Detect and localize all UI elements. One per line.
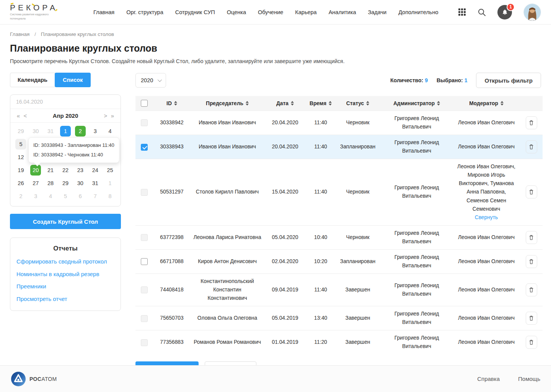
calendar-day[interactable]: 22 [60,165,71,176]
user-avatar[interactable] [523,3,541,21]
report-link[interactable]: Просмотреть отчет [16,296,114,303]
prev-year-button[interactable]: « [15,112,22,119]
report-link[interactable]: Сформировать сводный протокол [16,259,114,265]
calendar-day[interactable]: 29 [60,178,71,189]
table-column-header[interactable]: Дата [264,96,306,111]
tab-calendar[interactable]: Календарь [10,73,55,87]
cell-chairman: Иванов Иван Иванович [191,135,264,159]
calendar-day[interactable]: 8 [105,191,116,202]
calendar-day[interactable]: 20 [30,165,41,176]
nav-item[interactable]: Дополнительно [398,9,438,15]
calendar-day[interactable]: 31 [90,178,101,189]
create-round-table-button[interactable]: Создать Круглый Стол [10,214,121,229]
calendar-day[interactable]: 12 [15,152,26,163]
open-filter-button[interactable]: Открыть фильтр [476,73,541,88]
report-link[interactable]: Номинанты в кадровый резерв [16,271,114,278]
date-input[interactable]: 16.04.2020 [10,95,121,109]
apps-grid-icon[interactable] [458,8,466,16]
cell-date: 09.04.2019 [264,273,306,306]
footer-link[interactable]: Справка [477,376,500,382]
row-checkbox[interactable] [141,258,148,265]
calendar-day[interactable]: 1 [105,178,116,189]
rosatom-logo: РОСАТОМ [11,371,57,387]
calendar-day[interactable]: 6 [75,191,86,202]
search-icon[interactable] [478,8,486,16]
cell-time: 11:40 [306,159,335,225]
sort-icon [366,101,369,106]
calendar-day[interactable]: 3 [30,191,41,202]
nav-item[interactable]: Обучение [258,9,283,15]
calendar-day[interactable]: 21 [45,165,56,176]
calendar-day[interactable]: 23 [75,165,86,176]
calendar-day[interactable]: 19 [15,165,26,176]
delete-button[interactable] [526,116,537,129]
nav-item[interactable]: Задачи [368,9,386,15]
report-link[interactable]: Преемники [16,283,114,290]
notifications-button[interactable]: 1 [497,5,512,20]
cell-moderator: Леонов Иван Олегович [453,273,520,306]
calendar-day[interactable]: 2 [75,126,86,137]
row-checkbox[interactable] [141,189,148,196]
calendar-day[interactable]: 26 [15,178,26,189]
calendar-day[interactable]: 30 [30,126,41,137]
table-column-header[interactable]: ID [153,96,191,111]
table-column-header[interactable]: Модератор [453,96,520,111]
calendar-day[interactable]: 29 [15,126,26,137]
delete-button[interactable] [526,312,537,325]
breadcrumb-home[interactable]: Главная [10,31,29,37]
next-year-button[interactable]: » [109,112,116,119]
calendar-day[interactable]: 24 [90,165,101,176]
row-checkbox[interactable] [141,144,148,151]
calendar-day[interactable]: 4 [45,191,56,202]
nav-item[interactable]: Аналитика [329,9,356,15]
calendar-day[interactable]: 4 [105,126,116,137]
calendar-day[interactable]: 7 [90,191,101,202]
cell-actions [520,249,543,273]
cell-status: Завершен [335,273,381,306]
app-logo[interactable]: РЕКОРА Система развития кадрового потенц… [10,3,60,20]
cell-checkbox [135,159,153,225]
nav-item[interactable]: Карьера [295,9,316,15]
calendar-day[interactable]: 3 [90,126,101,137]
delete-button[interactable] [526,283,537,296]
calendar-month-label: Апр 2020 [29,112,102,119]
row-checkbox[interactable] [141,315,148,322]
cell-id: 74408418 [153,273,191,306]
delete-button[interactable] [526,185,537,198]
delete-button[interactable] [526,255,537,268]
next-month-button[interactable]: > [102,112,109,119]
year-select[interactable]: 2020 [135,73,166,88]
footer-link[interactable]: Помощь [518,376,540,382]
table-column-header[interactable]: Статус [335,96,381,111]
calendar-day[interactable]: 1 [60,126,71,137]
cell-actions [520,135,543,159]
delete-button[interactable] [526,140,537,153]
delete-button[interactable] [526,336,537,349]
row-checkbox[interactable] [141,119,148,126]
prev-month-button[interactable]: < [22,112,29,119]
calendar-day[interactable]: 5 [15,139,26,150]
delete-button[interactable] [526,231,537,244]
row-checkbox[interactable] [141,234,148,241]
calendar-day[interactable]: 2 [15,191,26,202]
row-checkbox[interactable] [141,286,148,293]
table-column-header[interactable]: Председатель [191,96,264,111]
nav-item[interactable]: Главная [93,9,114,15]
calendar-day[interactable]: 5 [60,191,71,202]
nav-item[interactable]: Сотрудник СУП [175,9,215,15]
tab-list[interactable]: Список [55,73,91,87]
calendar-day[interactable]: 27 [30,178,41,189]
calendar-day[interactable]: 30 [75,178,86,189]
collapse-link[interactable]: Свернуть [475,215,498,220]
nav-item[interactable]: Орг. структура [126,9,163,15]
table-column-header[interactable]: Администратор [381,96,453,111]
cell-admin: Григориев Леонид Витальевич [381,330,453,355]
calendar-day[interactable]: 25 [105,165,116,176]
nav-item[interactable]: Оценка [227,9,246,15]
table-column-header[interactable]: Время [306,96,335,111]
select-all-checkbox[interactable] [141,100,148,107]
cell-admin: Григориев Леонид Витальевич [381,249,453,273]
row-checkbox[interactable] [141,339,148,346]
calendar-day[interactable]: 28 [45,178,56,189]
calendar-day[interactable]: 31 [45,126,56,137]
